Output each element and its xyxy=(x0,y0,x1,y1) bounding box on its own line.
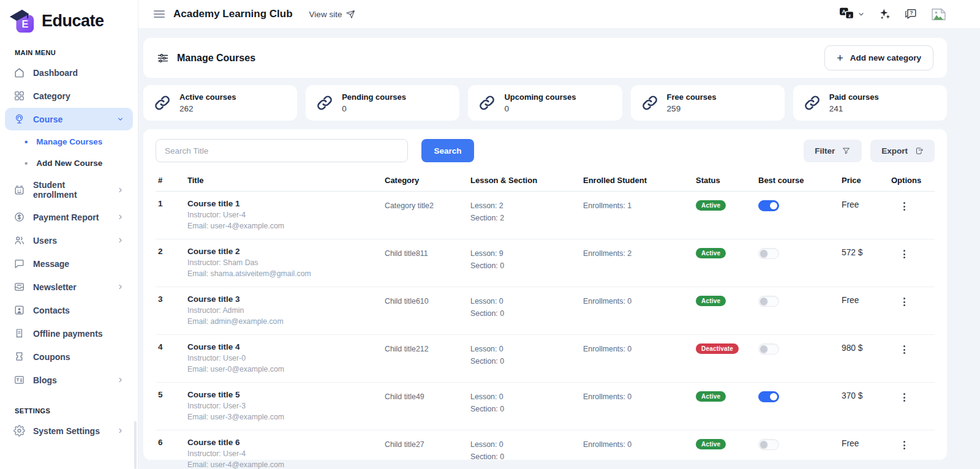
search-button[interactable]: Search xyxy=(421,139,474,162)
send-icon xyxy=(346,10,355,19)
brand-logo[interactable]: E Educate xyxy=(0,0,138,37)
best-course-toggle[interactable] xyxy=(758,296,779,307)
course-price: 980 $ xyxy=(842,342,891,373)
export-button[interactable]: Export xyxy=(870,140,935,162)
column-header: Best course xyxy=(758,176,842,185)
hamburger-menu-icon[interactable] xyxy=(154,10,165,18)
settings-label: SETTINGS xyxy=(0,407,138,415)
support-chat-icon[interactable]: ? xyxy=(904,7,918,21)
course-category: Child title27 xyxy=(385,438,470,469)
stat-value: 262 xyxy=(179,104,236,113)
best-course-toggle[interactable] xyxy=(758,248,779,259)
sidebar-item-offline-payments[interactable]: Offline payments xyxy=(5,322,133,345)
sidebar-item-newsletter[interactable]: Newsletter xyxy=(5,276,133,298)
add-new-category-button[interactable]: Add new category xyxy=(824,45,933,70)
column-header: Status xyxy=(696,176,758,185)
chevron-down-icon xyxy=(116,115,124,123)
course-email: Email: user-4@example.com xyxy=(187,222,385,230)
course-title: Course title 5 xyxy=(187,390,385,399)
sidebar-scrollbar[interactable] xyxy=(134,421,137,469)
course-instructor: Instructor: Admin xyxy=(187,306,385,315)
sidebar-item-label: System Settings xyxy=(33,426,100,436)
stat-card-paid-courses: Paid courses241 xyxy=(793,85,947,121)
receipt-icon xyxy=(13,328,25,339)
link-icon xyxy=(315,94,334,112)
page-title-wrap: Manage Courses xyxy=(157,52,255,64)
course-instructor: Instructor: Sham Das xyxy=(187,258,385,267)
link-icon xyxy=(478,94,496,112)
status-badge: Active xyxy=(696,391,726,402)
row-options-button[interactable] xyxy=(899,248,910,260)
table-body: 1Course title 1Instructor: User-4Email: … xyxy=(156,192,935,469)
course-category: Child title49 xyxy=(385,390,470,421)
lesson-count: Lesson: 9 xyxy=(470,247,583,260)
sidebar-item-course[interactable]: Course xyxy=(5,108,133,130)
row-options-button[interactable] xyxy=(899,391,910,403)
section-count: Section: 0 xyxy=(470,355,583,367)
sliders-icon xyxy=(157,52,169,64)
section-count: Section: 2 xyxy=(470,212,583,224)
section-count: Section: 0 xyxy=(470,451,583,463)
status-badge: Deactivate xyxy=(696,343,739,354)
stat-card-upcoming-courses: Upcoming courses0 xyxy=(468,85,622,121)
sidebar-item-label: Blogs xyxy=(33,375,57,385)
sidebar-item-blogs[interactable]: Blogs xyxy=(5,369,133,391)
row-number: 3 xyxy=(156,295,187,326)
svg-text:?: ? xyxy=(910,10,913,16)
course-title: Course title 2 xyxy=(187,247,385,256)
chevron-right-icon xyxy=(116,213,124,221)
sidebar-subitem-add-new-course[interactable]: •Add New Course xyxy=(0,152,138,174)
best-course-toggle[interactable] xyxy=(758,391,779,402)
sidebar-item-label: Users xyxy=(33,236,57,246)
best-course-toggle[interactable] xyxy=(758,343,779,355)
course-email: Email: user-4@example.com xyxy=(187,460,385,469)
row-options-button[interactable] xyxy=(899,343,910,356)
best-course-toggle[interactable] xyxy=(758,200,779,211)
sidebar-item-users[interactable]: Users xyxy=(5,229,133,252)
enrollments-count: Enrollments: 1 xyxy=(583,199,696,230)
sidebar-item-dashboard[interactable]: Dashboard xyxy=(5,61,133,84)
sidebar-item-contacts[interactable]: Contacts xyxy=(5,299,133,321)
avatar-broken-image-icon[interactable] xyxy=(930,7,947,21)
lesson-count: Lesson: 0 xyxy=(470,343,583,355)
sidebar-item-label: Newsletter xyxy=(33,282,77,292)
course-title: Course title 3 xyxy=(187,295,385,304)
column-header: Category xyxy=(385,176,470,185)
sidebar-item-payment-report[interactable]: Payment Report xyxy=(5,206,133,228)
sidebar-item-message[interactable]: Message xyxy=(5,252,133,275)
sidebar-item-label: Contacts xyxy=(33,306,70,315)
course-email: Email: user-3@example.com xyxy=(187,413,385,421)
search-input[interactable] xyxy=(156,139,408,162)
sidebar-item-system-settings[interactable]: System Settings xyxy=(5,419,133,442)
status-badge: Active xyxy=(696,200,726,211)
course-title: Course title 1 xyxy=(187,199,385,208)
course-category: Category title2 xyxy=(385,199,470,230)
sparkles-icon[interactable] xyxy=(878,7,891,21)
course-price: Free xyxy=(842,438,891,469)
course-instructor: Instructor: User-0 xyxy=(187,354,385,362)
sidebar-item-student-enrollment[interactable]: Student enrollment xyxy=(5,174,133,205)
row-options-button[interactable] xyxy=(899,439,910,451)
course-email: Email: admin@example.com xyxy=(187,317,385,326)
filter-button[interactable]: Filter xyxy=(804,140,862,162)
row-options-button[interactable] xyxy=(899,296,910,308)
course-title: Course title 6 xyxy=(187,438,385,447)
stat-value: 241 xyxy=(829,104,879,113)
sidebar-item-coupons[interactable]: Coupons xyxy=(5,345,133,368)
sidebar-item-category[interactable]: Category xyxy=(5,84,133,107)
row-options-button[interactable] xyxy=(899,200,910,212)
language-selector[interactable]: A z xyxy=(839,6,865,23)
add-new-category-label: Add new category xyxy=(850,53,921,62)
best-course-toggle[interactable] xyxy=(758,439,779,450)
column-header: Options xyxy=(891,176,935,185)
plus-icon xyxy=(837,53,843,64)
row-number: 1 xyxy=(156,199,187,230)
svg-text:z: z xyxy=(848,12,851,18)
view-site-link[interactable]: View site xyxy=(309,10,356,19)
courses-table: #TitleCategoryLesson & SectionEnrolled S… xyxy=(156,176,935,469)
sidebar-item-label: Coupons xyxy=(33,352,70,362)
column-header: Enrolled Student xyxy=(583,176,696,185)
stat-label: Free courses xyxy=(667,92,717,102)
sidebar-subitem-manage-courses[interactable]: •Manage Courses xyxy=(0,131,138,152)
site-title: Academy Learning Club xyxy=(173,8,293,20)
